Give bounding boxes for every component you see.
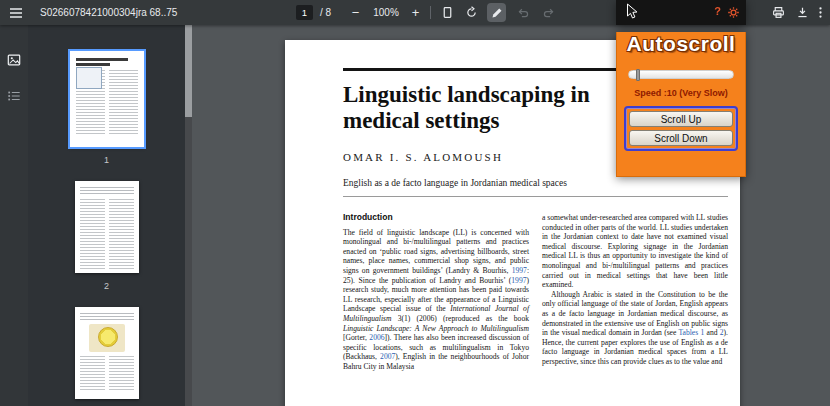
speed-slider-thumb[interactable] xyxy=(636,69,640,81)
thumbnail-page-1[interactable] xyxy=(70,51,144,147)
rotate-icon[interactable] xyxy=(462,3,481,22)
thumbnail-3-figure xyxy=(89,324,125,352)
speed-slider[interactable] xyxy=(628,70,734,79)
print-icon[interactable] xyxy=(769,3,788,22)
sidebar-rail xyxy=(0,25,28,406)
thumbnail-panel: 1 2 3 xyxy=(28,25,185,406)
sidebar-scrollbar-thumb[interactable] xyxy=(185,25,192,117)
thumbnail-1-preview xyxy=(70,51,144,136)
more-options-icon[interactable] xyxy=(811,3,830,22)
undo-icon[interactable] xyxy=(514,3,533,22)
zoom-out-button[interactable]: − xyxy=(346,3,365,22)
fit-page-icon[interactable] xyxy=(438,3,457,22)
document-filename: S0266078421000304jra 68..75 xyxy=(40,0,177,25)
article-title-line2: medical settings xyxy=(343,108,500,133)
page-number-input[interactable] xyxy=(296,5,313,20)
thumbnail-2-preview xyxy=(75,181,139,269)
thumbnail-1-label: 1 xyxy=(28,155,185,165)
help-icon[interactable]: ? xyxy=(714,5,721,17)
download-icon[interactable] xyxy=(793,3,812,22)
thumbnails-panel-icon[interactable] xyxy=(0,47,28,73)
sidebar-scrollbar[interactable] xyxy=(185,25,192,406)
speed-label: Speed :10 (Very Slow) xyxy=(617,88,745,98)
article-subtitle: English as a de facto language in Jordan… xyxy=(343,178,728,188)
scroll-buttons-highlight: Scroll Up Scroll Down xyxy=(624,106,738,151)
scroll-down-button[interactable]: Scroll Down xyxy=(629,130,733,146)
thumbnail-2-label: 2 xyxy=(28,281,185,291)
pdf-viewer-window: S0266078421000304jra 68..75 / 8 − 100% + xyxy=(0,0,830,406)
paragraph: The field of linguistic landscape (LL) i… xyxy=(343,228,529,372)
page-count-label: / 8 xyxy=(320,0,331,25)
cursor-icon xyxy=(626,3,639,24)
annotate-pen-icon[interactable] xyxy=(487,3,506,22)
zoom-level: 100% xyxy=(368,0,404,25)
scroll-up-button[interactable]: Scroll Up xyxy=(629,111,733,127)
document-outline-icon[interactable] xyxy=(0,83,28,109)
thumbnail-3-preview xyxy=(75,307,139,392)
paragraph: a somewhat under-researched area compare… xyxy=(542,213,728,290)
thumbnail-page-2[interactable] xyxy=(75,181,139,273)
thumbnail-1-header-box xyxy=(76,67,102,89)
popup-body: Autoscroll Speed :10 (Very Slow) Scroll … xyxy=(616,32,746,177)
settings-gear-icon[interactable] xyxy=(727,5,740,23)
autoscroll-extension-popup: ? Autoscroll Speed :10 (Very Slow) Scrol… xyxy=(616,0,746,177)
popup-title: Autoscroll xyxy=(617,32,745,56)
toolbar-divider xyxy=(430,6,431,19)
thumbnail-page-3[interactable] xyxy=(75,307,139,399)
article-body: Introduction The field of linguistic lan… xyxy=(343,213,728,372)
menu-icon[interactable] xyxy=(6,3,25,22)
section-heading: Introduction xyxy=(343,213,529,223)
popup-header: ? xyxy=(616,0,746,25)
paragraph: Although Arabic is stated in the Constit… xyxy=(542,290,728,367)
redo-icon[interactable] xyxy=(539,3,558,22)
article-title-line1: Linguistic landscaping in xyxy=(343,82,590,107)
zoom-in-button[interactable]: + xyxy=(406,3,425,22)
left-column: Introduction The field of linguistic lan… xyxy=(343,213,529,372)
right-column: a somewhat under-researched area compare… xyxy=(542,213,728,372)
header-rule xyxy=(343,196,728,197)
